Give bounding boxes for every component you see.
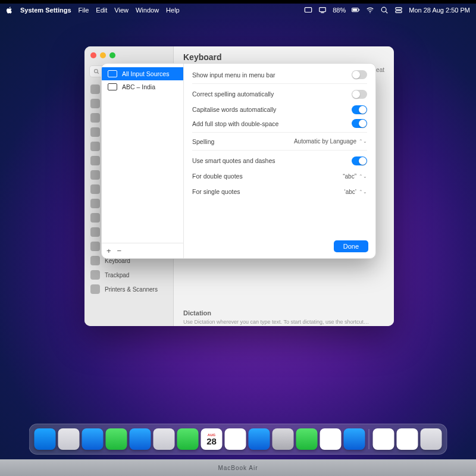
dock-app-trash[interactable]: [421, 428, 442, 450]
row-correct-spelling: Correct spelling automatically: [192, 86, 367, 102]
sidebar-item-icon: [90, 199, 100, 208]
row-capitalise: Capitalise words automatically: [192, 102, 367, 117]
dock-app-calendar[interactable]: AUG28: [201, 428, 223, 450]
popup-spelling-value: Automatic by Language: [294, 138, 356, 145]
chevron-updown-icon: ⌃⌄: [359, 174, 367, 179]
sidebar-item-icon: [90, 156, 100, 165]
menu-app-name[interactable]: System Settings: [20, 7, 71, 14]
control-center-icon[interactable]: [394, 6, 403, 14]
zoom-button[interactable]: [109, 52, 115, 58]
dock-app-settings[interactable]: [273, 428, 294, 450]
battery-percent: 88%: [333, 7, 346, 14]
apple-menu-icon[interactable]: [6, 7, 13, 14]
svg-rect-5: [353, 9, 358, 11]
svg-line-8: [386, 11, 387, 13]
sidebar-item-icon: [90, 99, 100, 108]
dock-app-twitter[interactable]: [344, 428, 365, 450]
keyboard-icon: [108, 70, 117, 77]
menu-clock[interactable]: Mon 28 Aug 2:50 PM: [409, 7, 470, 14]
language-status-icon[interactable]: [304, 6, 312, 14]
menu-file[interactable]: File: [79, 7, 89, 14]
svg-rect-9: [396, 8, 402, 10]
menu-view[interactable]: View: [114, 7, 129, 14]
laptop-model-label: MacBook Air: [218, 465, 258, 471]
sidebar-item-icon: [90, 113, 100, 123]
toggle-show-input-menu[interactable]: [352, 70, 367, 79]
input-source-label: ABC – India: [122, 83, 155, 90]
svg-point-11: [95, 70, 98, 73]
popup-double-quotes-value: “abc”: [343, 173, 356, 180]
label-spelling: Spelling: [192, 138, 214, 145]
dock-app-launchpad[interactable]: [58, 428, 80, 450]
label-show-input-menu: Show input menu in menu bar: [192, 71, 275, 79]
minimize-button[interactable]: [100, 52, 106, 58]
input-sources-sheet: All Input SourcesABC – India + − Show in…: [101, 63, 376, 259]
sidebar-item-icon: [90, 170, 100, 180]
chevron-updown-icon: ⌃⌄: [359, 139, 367, 144]
dock-app-pages-doc[interactable]: [373, 428, 394, 450]
row-spelling: Spelling Automatic by Language ⌃⌄: [192, 135, 367, 151]
calendar-day: 28: [206, 437, 217, 446]
dock-app-safari[interactable]: [82, 428, 104, 450]
dock-app-facetime[interactable]: [177, 428, 199, 450]
search-icon[interactable]: [380, 6, 389, 14]
popup-spelling[interactable]: Automatic by Language ⌃⌄: [294, 138, 367, 145]
menu-window[interactable]: Window: [136, 7, 159, 14]
popup-double-quotes[interactable]: “abc” ⌃⌄: [343, 173, 367, 180]
svg-line-12: [98, 73, 99, 74]
toggle-full-stop[interactable]: [352, 119, 367, 128]
remove-input-source-button[interactable]: −: [117, 246, 122, 255]
dock-app-pages-doc-2[interactable]: [397, 428, 418, 450]
menu-bar: System Settings File Edit View Window He…: [0, 4, 476, 17]
input-source-item[interactable]: ABC – India: [102, 80, 183, 93]
sidebar-item-icon: [90, 127, 100, 137]
input-sources-sidebar: All Input SourcesABC – India + −: [102, 64, 184, 258]
label-double-quotes: For double quotes: [192, 173, 243, 180]
input-source-item[interactable]: All Input Sources: [102, 67, 183, 80]
close-button[interactable]: [90, 52, 96, 58]
dock-app-finder[interactable]: [35, 428, 56, 450]
dock-app-reminders[interactable]: [225, 428, 246, 450]
dictation-heading: Dictation: [183, 309, 384, 317]
dock-app-appstore[interactable]: [249, 428, 270, 450]
svg-rect-0: [305, 8, 312, 12]
done-button[interactable]: Done: [334, 240, 368, 252]
sidebar-item[interactable]: Printers & Scanners: [84, 282, 173, 296]
toggle-capitalise[interactable]: [352, 105, 367, 114]
row-smart-quotes: Use smart quotes and dashes: [192, 153, 367, 168]
pane-title: Keyboard: [174, 46, 394, 64]
menu-edit[interactable]: Edit: [96, 7, 107, 14]
dock-app-whatsapp[interactable]: [296, 428, 318, 450]
dock-app-maps[interactable]: [154, 428, 175, 450]
toggle-correct-spelling[interactable]: [352, 90, 367, 99]
battery-icon[interactable]: [352, 6, 360, 14]
sidebar-item-icon: [90, 184, 100, 194]
dock-separator: [369, 429, 369, 449]
window-traffic-lights: [84, 46, 173, 64]
label-correct-spelling: Correct spelling automatically: [192, 90, 274, 98]
sidebar-item-icon: [90, 142, 100, 151]
row-single-quotes: For single quotes ‘abc’ ⌃⌄: [192, 184, 367, 199]
svg-point-6: [370, 12, 371, 13]
wifi-icon[interactable]: [366, 6, 374, 14]
dock-app-mail[interactable]: [130, 428, 151, 450]
label-smart-quotes: Use smart quotes and dashes: [192, 157, 275, 164]
keyboard-icon: [108, 83, 117, 90]
input-sources-main: Show input menu in menu bar Correct spel…: [184, 64, 375, 258]
dock-app-messages[interactable]: [106, 428, 127, 450]
popup-single-quotes-value: ‘abc’: [344, 189, 356, 195]
sidebar-item-icon: [90, 256, 100, 265]
dock-app-slack[interactable]: [320, 428, 342, 450]
sidebar-item-icon: [90, 270, 100, 280]
toggle-smart-quotes[interactable]: [352, 156, 367, 165]
popup-single-quotes[interactable]: ‘abc’ ⌃⌄: [344, 189, 367, 195]
display-status-icon[interactable]: [318, 6, 327, 14]
svg-rect-10: [396, 11, 402, 13]
dock: AUG28: [29, 424, 447, 455]
menu-help[interactable]: Help: [166, 7, 180, 14]
sidebar-item-label: Printers & Scanners: [105, 286, 158, 293]
sidebar-item-icon: [90, 227, 100, 237]
sidebar-item-icon: [90, 284, 100, 294]
sidebar-item[interactable]: Trackpad: [84, 268, 173, 282]
add-input-source-button[interactable]: +: [107, 246, 111, 255]
